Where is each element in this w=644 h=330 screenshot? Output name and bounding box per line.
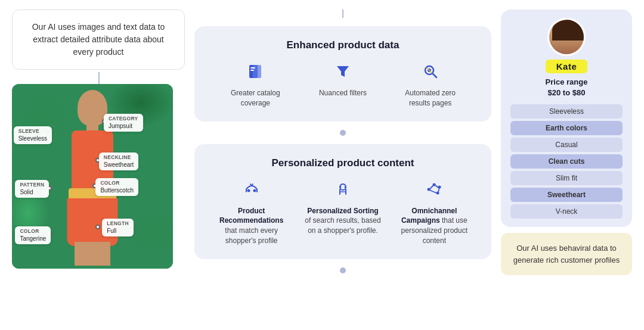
connector-top <box>342 10 343 18</box>
price-range: Price range$20 to $80 <box>546 77 588 98</box>
svg-point-11 <box>344 186 346 188</box>
zero-results-icon <box>422 63 439 83</box>
main-container: Our AI uses images and text data to extr… <box>0 0 644 330</box>
tag-sweetheart: Sweetheart <box>510 188 623 202</box>
catalog-icon <box>247 63 264 83</box>
feature-filters: Nuanced filters <box>319 63 367 108</box>
tag-length: Length Full <box>102 219 134 236</box>
omnichannel-label: Omnichannel Campaigns that use personali… <box>395 206 473 246</box>
tag-color-butterscotch: Color Butterscotch <box>95 178 138 196</box>
zero-results-label: Automated zero results pages <box>395 88 466 108</box>
svg-rect-3 <box>250 70 254 71</box>
feature-sorting: Personalized Sorting of search results, … <box>304 181 382 246</box>
tag-clean-cuts: Clean cuts <box>510 154 623 169</box>
feature-catalog: Greater catalog coverage <box>219 63 291 108</box>
kate-name-badge: Kate <box>546 60 588 73</box>
tag-neckline: Neckline Sweetheart <box>99 152 139 170</box>
svg-marker-4 <box>337 66 349 77</box>
middle-column: Enhanced product data Greater catalog co… <box>194 10 491 273</box>
recommendations-label: Product Recommendations that match every… <box>213 206 290 246</box>
avatar-hair <box>552 20 586 41</box>
kate-profile-card: Kate Price range$20 to $80 Sleeveless Ea… <box>501 10 632 227</box>
ai-profile-box: Our AI uses behaviral data to generate r… <box>501 233 632 275</box>
svg-point-10 <box>339 186 341 188</box>
ai-profile-text: Our AI uses behaviral data to generate r… <box>513 244 620 264</box>
model-legs <box>75 242 110 266</box>
tag-pattern: Pattern Solid <box>15 180 49 198</box>
right-column: Kate Price range$20 to $80 Sleeveless Ea… <box>501 10 632 275</box>
connector-dot <box>340 130 346 136</box>
personalized-features-row: Product Recommendations that match every… <box>209 181 477 246</box>
svg-rect-2 <box>250 67 255 69</box>
bottom-connector-dot <box>340 267 346 273</box>
enhanced-features-row: Greater catalog coverage Nuanced filters <box>209 63 477 108</box>
tag-sleeve: Sleeve Sleeveless <box>14 126 52 144</box>
product-image-box: Sleeve Sleeveless Category Jumpsuit Neck… <box>12 84 173 269</box>
ai-description-box: Our AI uses images and text data to extr… <box>12 10 185 70</box>
profile-tags: Sleeveless Earth colors Casual Clean cut… <box>510 104 623 219</box>
kate-avatar <box>547 18 586 56</box>
feature-recommendations: Product Recommendations that match every… <box>213 181 290 246</box>
price-range-value: $20 to $80 <box>548 88 586 97</box>
middle-connector <box>194 130 491 136</box>
svg-point-7 <box>247 189 250 192</box>
personalized-card-title: Personalized product content <box>209 157 477 169</box>
enhanced-card-title: Enhanced product data <box>209 39 477 51</box>
sorting-bold: Personalized Sorting <box>307 207 378 215</box>
tag-category: Category Jumpsuit <box>104 114 143 132</box>
svg-point-8 <box>253 189 256 192</box>
bottom-connector <box>194 267 491 273</box>
tag-slim-fit: Slim fit <box>510 171 623 185</box>
filters-label: Nuanced filters <box>319 88 367 98</box>
tag-sleeveless: Sleeveless <box>510 104 623 119</box>
left-column: Our AI uses images and text data to extr… <box>12 10 185 269</box>
catalog-label: Greater catalog coverage <box>219 88 291 108</box>
sorting-rest: of search results, based on a shopper's … <box>305 216 380 235</box>
feature-zero-results: Automated zero results pages <box>395 63 466 108</box>
tag-casual: Casual <box>510 138 623 152</box>
ai-description-text: Our AI uses images and text data to extr… <box>32 22 165 57</box>
tag-color-tangerine: Color Tangerine <box>15 226 51 244</box>
feature-omnichannel: Omnichannel Campaigns that use personali… <box>395 181 473 246</box>
svg-rect-1 <box>253 65 261 78</box>
price-range-text: Price range$20 to $80 <box>546 77 588 98</box>
omnichannel-icon <box>426 181 442 201</box>
enhanced-product-card: Enhanced product data Greater catalog co… <box>194 26 491 122</box>
sorting-icon <box>335 181 351 201</box>
recommendations-bold: Product Recommendations <box>219 207 283 225</box>
recommendations-rest: that match every shopper's profile <box>225 226 278 245</box>
filter-icon <box>335 63 351 83</box>
tag-dot-length <box>95 225 100 229</box>
tag-earth-colors: Earth colors <box>510 121 623 135</box>
personalized-product-card: Personalized product content <box>194 144 491 259</box>
sorting-label: Personalized Sorting of search results, … <box>304 206 382 236</box>
tag-vneck: V-neck <box>510 204 623 219</box>
recommendations-icon <box>243 181 260 201</box>
